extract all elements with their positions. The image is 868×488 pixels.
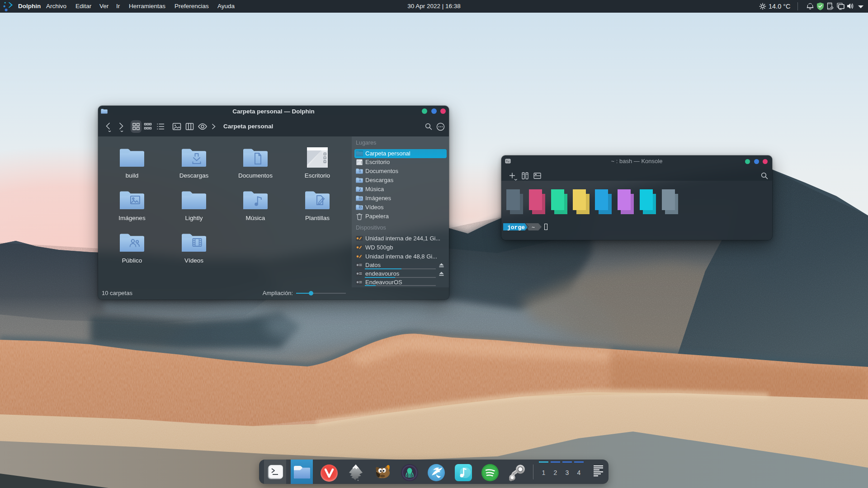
svg-text:jorge: jorge (507, 224, 525, 230)
svg-text:~: ~ (532, 224, 535, 230)
